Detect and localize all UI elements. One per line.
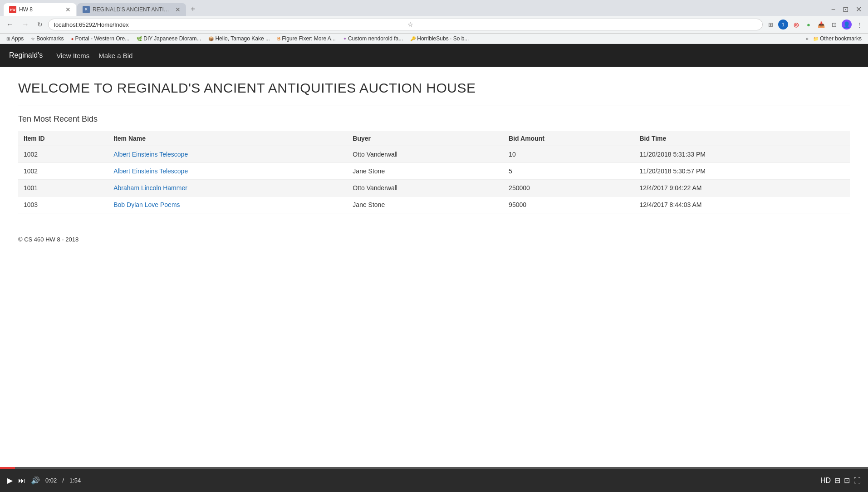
toolbar-icons: ⊞ 1 ◎ ● 📥 ⊡ 👤 ⋮ — [765, 20, 864, 30]
cell-item-name: Albert Einsteins Telescope — [108, 146, 347, 163]
address-bar[interactable]: localhost:65292/Home/Index ☆ — [48, 19, 763, 30]
table-row: 1003 Bob Dylan Love Poems Jane Stone 950… — [18, 197, 850, 213]
cell-item-id: 1002 — [18, 163, 108, 180]
page-content: Reginald's View Items Make a Bid WELCOME… — [0, 44, 868, 325]
tab-reginald[interactable]: R REGINALD'S ANCIENT ANTIQUIT... ✕ — [77, 3, 186, 16]
save-icon[interactable]: 📥 — [816, 20, 826, 30]
menu-icon[interactable]: ⋮ — [854, 20, 864, 30]
cell-item-name: Albert Einsteins Telescope — [108, 163, 347, 180]
bookmark-figure[interactable]: B Figure Fixer: More A... — [275, 34, 338, 43]
tab-favicon-hw8: HW — [9, 6, 16, 13]
bookmarks-more-button[interactable]: » — [806, 36, 809, 41]
title-bar: HW HW 8 ✕ R REGINALD'S ANCIENT ANTIQUIT.… — [0, 0, 868, 16]
address-text: localhost:65292/Home/Index — [54, 21, 404, 28]
footer-text: © CS 460 HW 8 - 2018 — [18, 236, 78, 243]
cell-bid-time: 12/4/2017 8:44:03 AM — [634, 197, 850, 213]
bookmark-portal[interactable]: ● Portal - Western Ore... — [68, 34, 132, 43]
bookmark-hello-label: Hello, Tamago Kake ... — [215, 35, 270, 42]
site-nav: Reginald's View Items Make a Bid — [0, 44, 868, 67]
diy-icon: 🌿 — [137, 36, 142, 41]
window-controls: − ⊡ ✕ — [829, 4, 864, 15]
reload-button[interactable]: ↻ — [34, 20, 45, 29]
bookmark-other-label: Other bookmarks — [820, 35, 862, 42]
new-tab-button[interactable]: + — [187, 3, 199, 16]
nav-make-bid[interactable]: Make a Bid — [98, 52, 132, 59]
col-buyer: Buyer — [347, 131, 503, 146]
tab-close-reginald[interactable]: ✕ — [175, 6, 181, 13]
bookmark-custom[interactable]: ✦ Custom nendoroid fa... — [340, 34, 406, 43]
tab-title-hw8: HW 8 — [19, 6, 63, 13]
bookmark-diy-label: DIY Japanese Dioram... — [143, 35, 201, 42]
close-button[interactable]: ✕ — [853, 4, 864, 15]
custom-icon: ✦ — [343, 36, 347, 41]
col-item-name: Item Name — [108, 131, 347, 146]
bookmark-star-icon[interactable]: ☆ — [407, 21, 757, 28]
other-bookmarks-icon: 📁 — [813, 36, 819, 41]
bookmarks-bar: ⊞ Apps ☆ Bookmarks ● Portal - Western Or… — [0, 34, 868, 44]
cell-buyer: Otto Vanderwall — [347, 180, 503, 197]
col-bid-amount: Bid Amount — [503, 131, 634, 146]
tab-title-reginald: REGINALD'S ANCIENT ANTIQUIT... — [93, 6, 172, 13]
horrible-icon: 🔑 — [410, 36, 416, 41]
col-bid-time: Bid Time — [634, 131, 850, 146]
main-content: WELCOME TO REGINALD'S ANCIENT ANTIQUITIE… — [0, 67, 868, 227]
page-divider — [18, 105, 850, 105]
bookmarks-icon: ☆ — [31, 36, 35, 41]
item-link[interactable]: Albert Einsteins Telescope — [113, 151, 188, 158]
notification-icon[interactable]: 1 — [778, 20, 788, 30]
forward-button[interactable]: → — [19, 20, 32, 30]
minimize-button[interactable]: − — [829, 4, 838, 15]
apps-icon: ⊞ — [6, 36, 10, 41]
item-link[interactable]: Bob Dylan Love Poems — [113, 201, 180, 208]
nav-view-items[interactable]: View Items — [56, 52, 89, 59]
table-row: 1001 Abraham Lincoln Hammer Otto Vanderw… — [18, 180, 850, 197]
chrome-icon[interactable]: ● — [804, 20, 814, 30]
item-link[interactable]: Albert Einsteins Telescope — [113, 167, 188, 175]
cell-item-name: Bob Dylan Love Poems — [108, 197, 347, 213]
bookmark-apps[interactable]: ⊞ Apps — [4, 34, 26, 43]
bookmark-hello[interactable]: 📦 Hello, Tamago Kake ... — [206, 34, 273, 43]
table-header: Item ID Item Name Buyer Bid Amount Bid T… — [18, 131, 850, 146]
bookmark-portal-label: Portal - Western Ore... — [75, 35, 129, 42]
cell-item-name: Abraham Lincoln Hammer — [108, 180, 347, 197]
section-title: Ten Most Recent Bids — [18, 114, 850, 124]
page-title: WELCOME TO REGINALD'S ANCIENT ANTIQUITIE… — [18, 80, 850, 96]
cell-bid-time: 11/20/2018 5:31:33 PM — [634, 146, 850, 163]
bookmark-diy[interactable]: 🌿 DIY Japanese Dioram... — [134, 34, 204, 43]
bookmark-horrible[interactable]: 🔑 HorribleSubs · So b... — [407, 34, 471, 43]
tab-close-hw8[interactable]: ✕ — [65, 6, 71, 13]
cell-bid-amount: 5 — [503, 163, 634, 180]
tab-favicon-reginald: R — [83, 6, 90, 13]
cell-buyer: Jane Stone — [347, 163, 503, 180]
bids-table: Item ID Item Name Buyer Bid Amount Bid T… — [18, 131, 850, 213]
adblocker-icon[interactable]: ◎ — [791, 20, 801, 30]
maximize-button[interactable]: ⊡ — [840, 4, 851, 15]
cell-buyer: Jane Stone — [347, 197, 503, 213]
figure-icon: B — [277, 36, 280, 41]
table-row: 1002 Albert Einsteins Telescope Otto Van… — [18, 146, 850, 163]
profile-icon[interactable]: 👤 — [842, 20, 852, 30]
svg-text:HW: HW — [10, 8, 15, 11]
back-button[interactable]: ← — [4, 20, 16, 30]
cell-item-id: 1001 — [18, 180, 108, 197]
ext2-icon[interactable]: ⊡ — [829, 20, 839, 30]
cell-bid-time: 12/4/2017 9:04:22 AM — [634, 180, 850, 197]
cell-item-id: 1003 — [18, 197, 108, 213]
cell-buyer: Otto Vanderwall — [347, 146, 503, 163]
table-body: 1002 Albert Einsteins Telescope Otto Van… — [18, 146, 850, 213]
table-row: 1002 Albert Einsteins Telescope Jane Sto… — [18, 163, 850, 180]
bookmark-bookmarks[interactable]: ☆ Bookmarks — [28, 34, 66, 43]
tab-hw8[interactable]: HW HW 8 ✕ — [4, 3, 76, 16]
portal-icon: ● — [71, 36, 74, 41]
extensions-icon[interactable]: ⊞ — [765, 20, 775, 30]
bookmark-horrible-label: HorribleSubs · So b... — [417, 35, 469, 42]
cell-bid-amount: 10 — [503, 146, 634, 163]
cell-item-id: 1002 — [18, 146, 108, 163]
cell-bid-amount: 250000 — [503, 180, 634, 197]
item-link[interactable]: Abraham Lincoln Hammer — [113, 184, 187, 192]
cell-bid-amount: 95000 — [503, 197, 634, 213]
bookmark-other[interactable]: 📁 Other bookmarks — [810, 34, 864, 43]
footer: © CS 460 HW 8 - 2018 — [0, 227, 868, 252]
hello-icon: 📦 — [208, 36, 214, 41]
site-brand[interactable]: Reginald's — [9, 51, 43, 59]
